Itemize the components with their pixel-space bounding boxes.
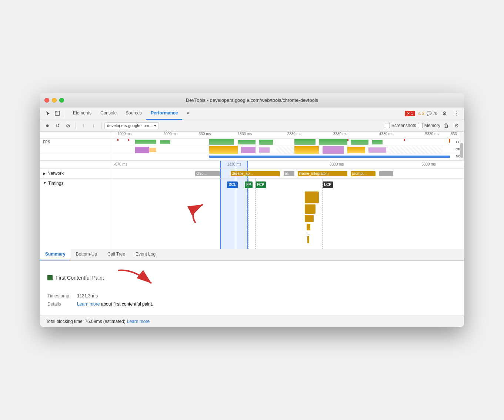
screenshots-checkbox-group: Screenshots: [385, 123, 416, 128]
net-track-overview: NET: [40, 154, 464, 159]
ruler-label-9: 633: [451, 132, 457, 136]
net-bar-label-devsite: devsite_ap...: [232, 171, 253, 176]
timestamp-value: 1131.3 ms: [77, 293, 98, 299]
nav-tabs: Elements Console Sources Performance »: [69, 107, 194, 120]
summary-title-text: First Contentful Paint: [56, 275, 104, 281]
timing-badge-lcp: LCP: [323, 181, 333, 188]
upload-button[interactable]: ↑: [79, 121, 88, 130]
overview-scrollbar[interactable]: [460, 132, 464, 160]
ruler-label-2: 2000 ms: [163, 132, 177, 136]
network-chevron[interactable]: ▶: [43, 171, 46, 176]
settings-icon[interactable]: ⚙: [440, 109, 449, 118]
timings-row: ▼ Timings DCL FP FCP LCP: [40, 179, 464, 249]
nav-separator-1: [64, 110, 64, 117]
record-button[interactable]: ●: [43, 121, 52, 130]
warning-icon: ⚠: [417, 111, 421, 116]
error-badge: ✕ 1: [405, 111, 415, 116]
network-label-text: Network: [47, 171, 64, 176]
ruler-label-3: 330 ms: [199, 132, 211, 136]
tab-summary[interactable]: Summary: [40, 249, 71, 260]
info-count: 70: [433, 111, 437, 116]
timeline-overview: 1000 ms 2000 ms 330 ms 1330 ms 2330 ms 3…: [40, 132, 464, 161]
summary-panel: First Contentful Paint Timestamp 1131.3 …: [40, 261, 464, 316]
screenshots-label: Screenshots: [391, 123, 416, 128]
network-row: ▶ Network chro... devsite_ap... as: [40, 169, 464, 179]
clear-button[interactable]: ⊘: [64, 121, 73, 130]
ruler-label-8: 5330 ms: [425, 132, 439, 136]
tab-event-log[interactable]: Event Log: [130, 249, 161, 260]
dashed-line-lcp: [323, 179, 323, 249]
memory-checkbox-group: Memory: [418, 123, 440, 128]
timings-content: DCL FP FCP LCP l...: [110, 179, 464, 249]
tab-sources[interactable]: Sources: [121, 107, 146, 120]
timings-chevron[interactable]: ▼: [43, 181, 47, 185]
inspector-icon[interactable]: [53, 109, 62, 118]
memory-checkbox[interactable]: [418, 123, 423, 128]
memory-label: Memory: [424, 123, 440, 128]
delete-button[interactable]: 🗑: [442, 121, 451, 130]
performance-toolbar: ● ↺ ⊘ ↑ ↓ developers.google.com... ▾ Scr…: [40, 120, 464, 132]
url-selector[interactable]: developers.google.com... ▾: [104, 122, 159, 129]
toolbar-sep-1: [76, 122, 76, 129]
fps-label: FPS: [43, 140, 50, 144]
details-row: Details Learn more about first contentfu…: [47, 301, 457, 307]
overview-scrollbar-thumb[interactable]: [460, 143, 463, 158]
network-bar-gray: [379, 171, 393, 176]
info-badge: 💬 70: [427, 111, 437, 116]
toolbar-sep-2: [101, 122, 101, 129]
network-bar-prompt: prompt...: [351, 171, 376, 176]
time-ruler-5330: 5330 ms: [421, 162, 435, 166]
network-label: ▶ Network: [40, 169, 110, 178]
footer-text: Total blocking time: 76.09ms (estimated): [46, 319, 126, 324]
titlebar: DevTools - developers.google.com/web/too…: [40, 93, 464, 107]
timings-selection: [220, 179, 248, 249]
dashed-line-fp: [248, 179, 248, 249]
timings-cursor: [236, 179, 236, 249]
more-icon[interactable]: ⋮: [451, 109, 461, 118]
cursor-line: [236, 161, 236, 169]
summary-title: First Contentful Paint: [47, 267, 457, 289]
download-button[interactable]: ↓: [89, 121, 98, 130]
cursor-icon[interactable]: [43, 109, 53, 118]
net-bar-label-iframe: iframe_integrator.j: [299, 171, 328, 176]
maximize-button[interactable]: [59, 98, 64, 103]
tab-console[interactable]: Console: [96, 107, 121, 120]
nav-right-actions: ✕ 1 ⚠ 2 💬 70 ⚙ ⋮: [405, 109, 461, 118]
tab-elements[interactable]: Elements: [69, 107, 96, 120]
net-bar-label-prompt: prompt...: [352, 171, 366, 176]
tab-call-tree[interactable]: Call Tree: [102, 249, 130, 260]
network-bar-devsite: devsite_ap...: [231, 171, 280, 176]
tab-bottom-up[interactable]: Bottom-Up: [71, 249, 102, 260]
ruler-label-6: 3330 ms: [333, 132, 347, 136]
lcp-bar-label: l...: [307, 231, 310, 235]
main-panels: -670 ms 1330 ms 3330 ms 5330 ms ▶ Networ…: [40, 161, 464, 249]
network-timeline: chro... devsite_ap... as iframe_integrat…: [110, 169, 464, 178]
network-bar-chro: chro...: [195, 171, 220, 176]
tab-more[interactable]: »: [182, 107, 194, 120]
time-ruler-3330: 3330 ms: [330, 162, 344, 166]
ruler-label-5: 2330 ms: [287, 132, 301, 136]
ruler-label-1: 1000 ms: [117, 132, 131, 136]
capture-settings-icon[interactable]: ⚙: [452, 121, 461, 130]
nav-bar: Elements Console Sources Performance » ✕…: [40, 107, 464, 120]
net-bar-label-chro: chro...: [196, 171, 207, 176]
footer-learn-more[interactable]: Learn more: [127, 319, 150, 324]
timings-label-text: Timings: [48, 181, 64, 186]
close-button[interactable]: [44, 98, 49, 103]
bottom-tabs: Summary Bottom-Up Call Tree Event Log: [40, 249, 464, 261]
learn-more-link[interactable]: Learn more: [77, 301, 100, 307]
lcp-bar-3: [305, 215, 314, 222]
network-bar-as: as: [284, 171, 294, 176]
svg-rect-1: [56, 112, 57, 113]
lcp-bar-2: [305, 204, 316, 214]
ruler-label-4: 1330 ms: [238, 132, 252, 136]
footer: Total blocking time: 76.09ms (estimated)…: [40, 316, 464, 327]
minimize-button[interactable]: [52, 98, 57, 103]
reload-button[interactable]: ↺: [53, 121, 62, 130]
devtools-window: DevTools - developers.google.com/web/too…: [40, 93, 464, 327]
screenshots-checkbox[interactable]: [385, 123, 390, 128]
tab-performance[interactable]: Performance: [146, 107, 182, 120]
network-cursor: [236, 169, 236, 178]
error-icon: ✕: [407, 111, 410, 116]
lcp-bar-1: [305, 191, 319, 203]
